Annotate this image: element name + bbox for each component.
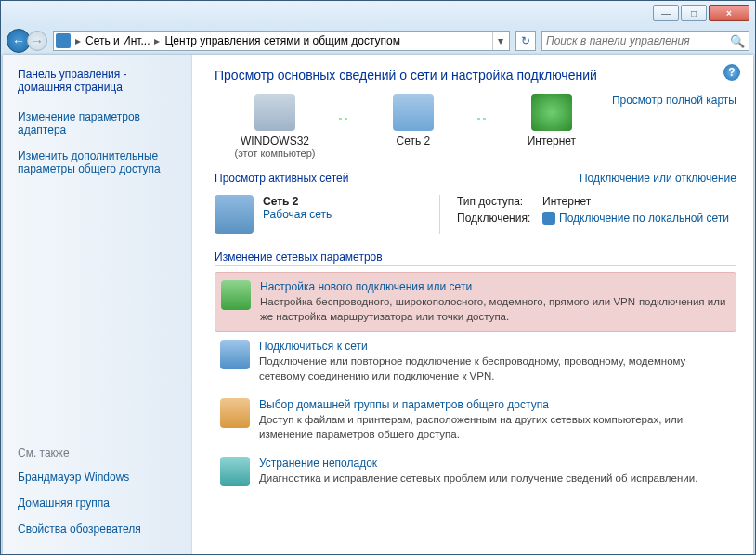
homegroup-icon [220, 398, 250, 428]
close-button[interactable]: × [709, 5, 749, 21]
connect-disconnect-link[interactable]: Подключение или отключение [580, 172, 736, 185]
search-box[interactable]: 🔍 [541, 31, 749, 51]
internet-label: Интернет [491, 135, 612, 148]
window-titlebar: — □ × [1, 1, 755, 27]
connect-icon [220, 340, 250, 369]
network-type-link[interactable]: Рабочая сеть [263, 208, 430, 221]
connection-line-icon [477, 118, 488, 120]
globe-icon [531, 94, 572, 131]
task-title[interactable]: Настройка нового подключения или сети [260, 280, 730, 293]
help-icon[interactable]: ? [723, 64, 740, 81]
task-title[interactable]: Устранение неполадок [259, 457, 697, 470]
active-network-name: Сеть 2 [263, 195, 430, 208]
network-settings-heading: Изменение сетевых параметров [215, 251, 736, 266]
address-bar[interactable]: ▸ Сеть и Инт... ▸ Центр управления сетям… [53, 31, 510, 51]
task-desc: Диагностика и исправление сетевых пробле… [259, 471, 697, 486]
troubleshoot-icon [220, 457, 250, 486]
network-name: Сеть 2 [353, 135, 474, 148]
map-internet: Интернет [491, 94, 612, 159]
access-type-label: Тип доступа: [457, 195, 537, 208]
task-title[interactable]: Подключиться к сети [259, 340, 731, 353]
body: Панель управления - домашняя страница Из… [3, 55, 753, 554]
see-also-heading: См. также [18, 446, 182, 459]
sidebar-link-internet-options[interactable]: Свойства обозревателя [18, 523, 182, 536]
connections-label: Подключения: [457, 212, 537, 225]
task-title[interactable]: Выбор домашней группы и параметров общег… [259, 398, 731, 411]
work-network-icon [215, 195, 254, 234]
lan-connection-link[interactable]: Подключение по локальной сети [542, 212, 729, 225]
main-content: ? Просмотр основных сведений о сети и на… [192, 55, 753, 554]
address-dropdown[interactable]: ▾ [492, 32, 507, 50]
computer-icon [254, 94, 295, 131]
pc-name: WINDOWS32 [215, 135, 335, 148]
task-desc: Подключение или повторное подключение к … [259, 355, 731, 383]
control-panel-icon [56, 33, 71, 48]
network-map: WINDOWS32 (этот компьютер) Сеть 2 Интерн… [215, 94, 612, 159]
minimize-button[interactable]: — [653, 5, 679, 21]
task-desc: Доступ к файлам и принтерам, расположенн… [259, 413, 731, 442]
connection-line-icon [339, 118, 349, 120]
access-type-value: Интернет [542, 195, 591, 208]
search-icon[interactable]: 🔍 [730, 34, 745, 48]
breadcrumb-current[interactable]: Центр управления сетями и общим доступом [164, 34, 400, 47]
task-new-connection[interactable]: Настройка нового подключения или сети На… [215, 272, 736, 332]
map-network: Сеть 2 [353, 94, 474, 159]
pc-subtitle: (этот компьютер) [215, 148, 335, 159]
sidebar-link-sharing[interactable]: Изменить дополнительные параметры общего… [18, 149, 182, 175]
task-homegroup[interactable]: Выбор домашней группы и параметров общег… [215, 391, 736, 449]
chevron-right-icon[interactable]: ▸ [72, 34, 84, 47]
sidebar-link-adapter[interactable]: Изменение параметров адаптера [18, 110, 182, 136]
task-desc: Настройка беспроводного, широкополосного… [260, 295, 730, 324]
sidebar-link-homegroup[interactable]: Домашняя группа [18, 497, 182, 510]
sidebar: Панель управления - домашняя страница Из… [3, 55, 192, 554]
active-network-row: Сеть 2 Рабочая сеть Тип доступа: Интерне… [215, 195, 736, 234]
breadcrumb-network[interactable]: Сеть и Инт... [85, 34, 150, 47]
maximize-button[interactable]: □ [681, 5, 707, 21]
forward-button[interactable]: → [27, 31, 47, 51]
tasks-list: Настройка нового подключения или сети На… [215, 272, 736, 494]
search-input[interactable] [546, 34, 730, 47]
task-connect-network[interactable]: Подключиться к сети Подключение или повт… [215, 332, 736, 391]
refresh-button[interactable]: ↻ [515, 31, 536, 51]
active-networks-heading: Просмотр активных сетей Подключение или … [215, 172, 736, 187]
task-troubleshoot[interactable]: Устранение неполадок Диагностика и испра… [215, 449, 736, 494]
view-full-map-link[interactable]: Просмотр полной карты [612, 94, 736, 107]
sidebar-link-firewall[interactable]: Брандмауэр Windows [18, 471, 182, 484]
map-this-pc: WINDOWS32 (этот компьютер) [215, 94, 335, 159]
chevron-right-icon[interactable]: ▸ [151, 34, 163, 47]
network-icon [393, 94, 434, 131]
page-title: Просмотр основных сведений о сети и наст… [215, 68, 736, 83]
ethernet-icon [542, 212, 555, 225]
control-panel-home-link[interactable]: Панель управления - домашняя страница [18, 68, 182, 94]
nav-buttons: ← → [7, 29, 47, 53]
new-connection-icon [221, 280, 251, 310]
nav-row: ← → ▸ Сеть и Инт... ▸ Центр управления с… [1, 27, 755, 55]
